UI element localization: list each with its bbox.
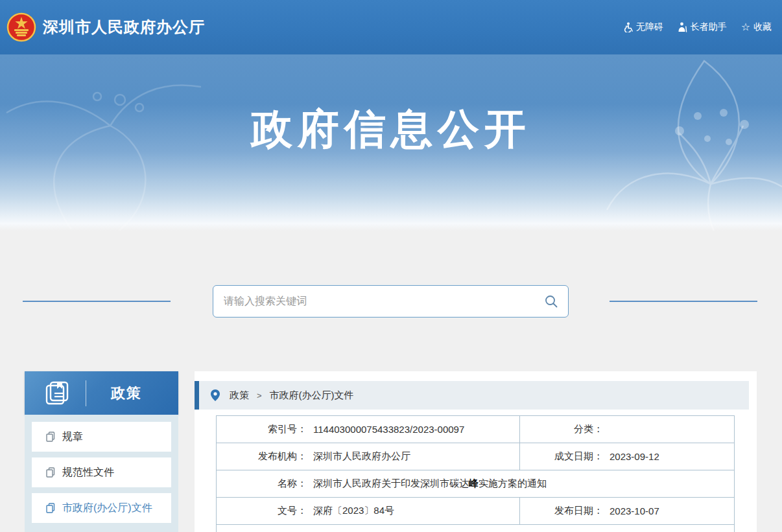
sidebar-header-divider [86,380,86,406]
cell-partial [217,525,734,532]
name-value-highlight: 峰 [469,478,479,489]
national-emblem-logo [6,12,37,43]
elder-person-icon [678,22,687,32]
category-label: 分类： [520,423,603,435]
table-row-doc-number: 文号： 深府〔2023〕84号 发布日期： 2023-10-07 [217,498,734,525]
issuer-label: 发布机构： [217,450,307,463]
location-pin-icon [211,389,220,401]
elder-assistant-label: 长者助手 [691,21,727,33]
sidebar-header: 政策 [25,371,178,415]
cell-index: 索引号： 114403000075433823/2023-00097 [217,416,519,443]
sidebar: 政策 规章 规范性文件 [25,371,178,532]
cell-date-written: 成文日期： 2023-09-12 [519,443,734,470]
cell-name: 名称： 深圳市人民政府关于印发深圳市碳达峰实施方案的通知 [217,470,734,497]
breadcrumb: 政策 > 市政府(办公厅)文件 [195,381,749,410]
cell-category: 分类： [519,416,734,443]
favorite-link[interactable]: ☆ 收藏 [741,21,772,33]
date-published-value: 2023-10-07 [603,505,659,516]
sidebar-item-regulations[interactable]: 规章 [32,422,171,452]
search-input[interactable] [213,286,534,317]
favorite-label: 收藏 [753,21,772,33]
search-button[interactable] [534,286,568,317]
table-row-issuer: 发布机构： 深圳市人民政府办公厅 成文日期： 2023-09-12 [217,443,734,470]
decorative-line-left [23,301,171,302]
document-icon [46,467,56,478]
document-icon [46,503,56,513]
breadcrumb-item-policy[interactable]: 政策 [230,389,249,402]
date-written-value: 2023-09-12 [603,451,659,462]
elder-assistant-link[interactable]: 长者助手 [678,21,727,33]
sidebar-item-municipal-government-documents[interactable]: 市政府(办公厅)文件 [32,493,171,523]
sidebar-item-normative-documents[interactable]: 规范性文件 [32,457,171,487]
sidebar-item-label: 规章 [62,430,83,444]
decorative-line-right [610,301,757,302]
sidebar-item-label: 规范性文件 [62,466,114,480]
topbar-links: 无障碍 长者助手 ☆ 收藏 [622,0,772,54]
index-value: 114403000075433823/2023-00097 [307,424,464,435]
main-panel: 政策 > 市政府(办公厅)文件 索引号： 114403000075433823/… [195,371,757,532]
accessibility-link[interactable]: 无障碍 [622,21,663,33]
name-value-pre: 深圳市人民政府关于印发深圳市碳达 [313,478,469,489]
sidebar-item-label: 市政府(办公厅)文件 [62,502,152,515]
star-icon: ☆ [741,22,750,32]
topbar: 深圳市人民政府办公厅 无障碍 长者助手 ☆ [0,0,782,54]
name-value: 深圳市人民政府关于印发深圳市碳达峰实施方案的通知 [307,478,547,490]
doc-number-value: 深府〔2023〕84号 [307,505,394,517]
cell-issuer: 发布机构： 深圳市人民政府办公厅 [217,443,519,470]
index-label: 索引号： [217,423,307,435]
date-published-label: 发布日期： [520,505,603,517]
doc-number-label: 文号： [217,505,307,517]
sidebar-body: 规章 规范性文件 市政府(办公厅)文件 [25,415,178,532]
accessibility-icon [622,22,633,32]
sidebar-title: 政策 [111,384,142,403]
breadcrumb-accent-bar [195,381,199,410]
cell-date-published: 发布日期： 2023-10-07 [519,498,734,524]
document-icon [46,432,56,442]
search-icon [544,294,558,308]
name-label: 名称： [217,478,307,490]
cell-doc-number: 文号： 深府〔2023〕84号 [217,498,519,524]
page-title: 政府信息公开 [0,101,782,157]
document-info-table: 索引号： 114403000075433823/2023-00097 分类： 发… [216,415,735,532]
table-row-partial [217,525,734,532]
table-row-name: 名称： 深圳市人民政府关于印发深圳市碳达峰实施方案的通知 [217,470,734,498]
issuer-value: 深圳市人民政府办公厅 [307,450,410,463]
breadcrumb-separator: > [257,391,262,400]
name-value-post: 实施方案的通知 [479,478,547,489]
breadcrumb-item-current: 市政府(办公厅)文件 [270,389,354,402]
table-row-index: 索引号： 114403000075433823/2023-00097 分类： [217,416,734,443]
page: 深圳市人民政府办公厅 无障碍 长者助手 ☆ [0,0,782,532]
policy-book-icon [43,379,71,408]
site-title[interactable]: 深圳市人民政府办公厅 [43,17,205,38]
search-box [213,285,569,318]
date-written-label: 成文日期： [520,450,603,463]
banner: 政府信息公开 [0,54,782,231]
accessibility-label: 无障碍 [636,21,663,33]
